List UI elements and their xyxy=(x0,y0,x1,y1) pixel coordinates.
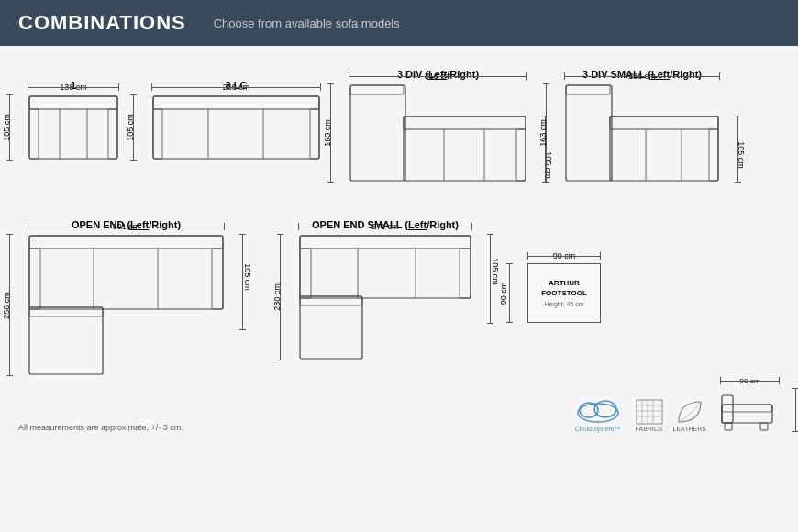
footstool-depth: 90 cm xyxy=(499,282,508,305)
svg-rect-55 xyxy=(760,423,768,430)
svg-rect-26 xyxy=(29,307,103,374)
cloud-system-logo: Cloud-system™ xyxy=(571,396,626,432)
footstool-name: ARTHURFOOTSTOOL xyxy=(541,279,587,298)
model-3lc-svg xyxy=(151,94,321,161)
svg-rect-0 xyxy=(29,96,117,159)
svg-rect-27 xyxy=(29,236,223,309)
small-sofa-side-view xyxy=(720,388,780,432)
header-subtitle: Choose from available sofa models xyxy=(214,17,400,30)
svg-rect-20 xyxy=(610,116,718,181)
svg-rect-12 xyxy=(350,85,405,181)
model-3div-svg xyxy=(349,83,527,183)
model-3div-height-left: 163 cm xyxy=(323,119,332,147)
svg-rect-7 xyxy=(153,96,319,109)
open-end-height-right: 105 cm xyxy=(243,263,252,291)
model-1-height: 105 cm xyxy=(2,114,11,141)
model-1-svg xyxy=(28,94,119,161)
fabrics-label: FABRICS xyxy=(636,426,663,432)
svg-rect-45 xyxy=(637,400,662,424)
cloud-icon xyxy=(571,396,626,424)
model-3div-small-height-right: 105 cm xyxy=(737,141,746,169)
footstool: 90 cm 90 cm ARTHURFOOTSTOOL Height: 45 c… xyxy=(527,263,601,323)
footer: All measurements are approximate, +/- 3 … xyxy=(0,384,798,436)
open-end-small-height-left: 230 cm xyxy=(272,283,282,311)
open-end-svg xyxy=(28,234,225,376)
svg-rect-21 xyxy=(610,116,718,129)
svg-rect-10 xyxy=(153,109,162,159)
svg-rect-13 xyxy=(404,116,526,181)
model-3div-small-height-left: 163 cm xyxy=(538,119,548,147)
leathers-block: LEATHERS xyxy=(673,398,706,432)
svg-rect-31 xyxy=(212,249,223,309)
svg-rect-54 xyxy=(725,423,732,430)
open-end-small: OPEN END SMALL (Left/Right) 271 cm 230 c… xyxy=(298,219,472,360)
svg-rect-4 xyxy=(29,109,39,159)
leathers-label: LEATHERS xyxy=(673,426,706,432)
svg-rect-40 xyxy=(300,249,311,298)
svg-rect-19 xyxy=(566,85,612,181)
model-1: 1 136 cm 105 cm xyxy=(28,80,119,161)
model-3div: 3 DIV (Left/Right) 316 cm 163 cm 105 cm xyxy=(349,69,527,183)
leathers-icon xyxy=(675,398,704,426)
svg-rect-18 xyxy=(350,85,404,94)
fabrics-icon xyxy=(635,398,664,426)
svg-rect-5 xyxy=(108,109,117,159)
top-row: 1 136 cm 105 cm xyxy=(18,60,780,183)
svg-rect-35 xyxy=(300,236,471,298)
open-end: OPEN END (Left/Right) 301 cm 256 cm 105 xyxy=(28,219,225,376)
svg-rect-25 xyxy=(566,85,610,94)
open-end-height-left: 256 cm xyxy=(2,292,11,319)
svg-rect-52 xyxy=(722,405,772,423)
side-view-block: 90 cm 45 cm xyxy=(720,388,780,432)
model-3lc-height: 105 cm xyxy=(126,114,135,141)
bottom-row: OPEN END (Left/Right) 301 cm 256 cm 105 xyxy=(18,201,780,376)
svg-rect-36 xyxy=(300,236,471,249)
model-3div-small-svg xyxy=(564,83,720,183)
footer-right: Cloud-system™ FABRICS xyxy=(571,388,780,432)
open-end-small-height-right: 105 cm xyxy=(491,259,500,286)
cloud-system-text: Cloud-system™ xyxy=(575,426,621,432)
svg-rect-17 xyxy=(516,129,526,181)
open-end-small-svg xyxy=(298,234,472,360)
page-title: COMBINATIONS xyxy=(18,11,186,35)
svg-rect-14 xyxy=(404,116,526,129)
svg-rect-56 xyxy=(722,405,772,412)
svg-rect-53 xyxy=(722,395,733,423)
main-content: 1 136 cm 105 cm xyxy=(0,46,798,381)
model-3lc: 3 LC 266 cm 105 cm xyxy=(151,80,321,161)
header: COMBINATIONS Choose from available sofa … xyxy=(0,0,798,46)
svg-rect-24 xyxy=(709,129,718,181)
model-3div-small: 3 DIV SMALL (Left/Right) 286 cm 163 cm 1… xyxy=(564,69,720,183)
page-container: COMBINATIONS Choose from available sofa … xyxy=(0,0,798,436)
svg-rect-32 xyxy=(29,249,40,309)
footstool-height: Height: 45 cm xyxy=(544,301,583,307)
svg-rect-6 xyxy=(153,96,319,159)
svg-rect-1 xyxy=(29,96,117,109)
svg-rect-11 xyxy=(310,109,319,159)
fabrics-block: FABRICS xyxy=(635,398,664,432)
svg-rect-28 xyxy=(29,236,223,249)
footer-note: All measurements are approximate, +/- 3 … xyxy=(18,423,183,432)
svg-rect-39 xyxy=(460,249,471,298)
